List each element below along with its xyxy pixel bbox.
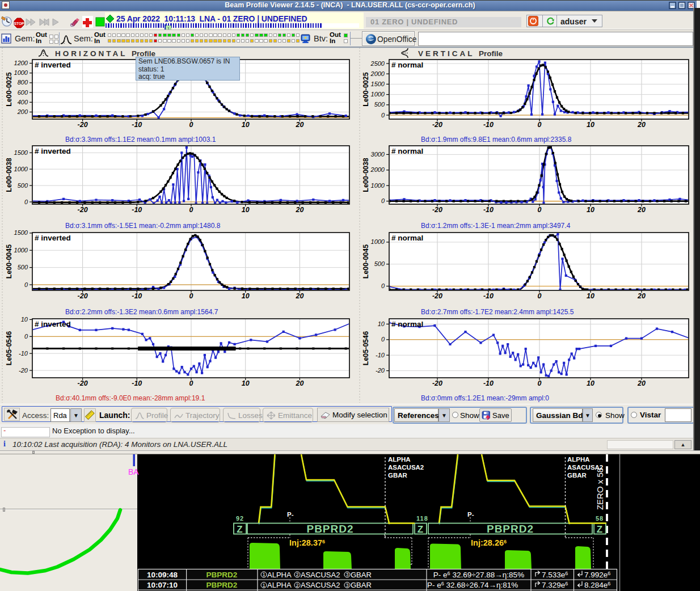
svg-text:10:07:10: 10:07:10 bbox=[147, 581, 178, 589]
svg-text:Le00-0025: Le00-0025 bbox=[362, 72, 370, 107]
svg-text:PBPRD2: PBPRD2 bbox=[206, 581, 238, 589]
svg-text:1000: 1000 bbox=[14, 166, 28, 172]
svg-text:0: 0 bbox=[189, 121, 193, 129]
svg-text:-10: -10 bbox=[376, 352, 385, 358]
svg-text:20: 20 bbox=[637, 379, 646, 387]
svg-text:10:09:48: 10:09:48 bbox=[147, 571, 178, 579]
svg-text:800: 800 bbox=[18, 79, 28, 86]
svg-text:0: 0 bbox=[538, 121, 542, 129]
svg-text:400: 400 bbox=[18, 99, 28, 105]
svg-text:Le05-0546: Le05-0546 bbox=[5, 331, 13, 366]
svg-text:0: 0 bbox=[381, 336, 385, 343]
svg-text:0: 0 bbox=[538, 379, 542, 387]
svg-text:-20: -20 bbox=[376, 367, 385, 374]
svg-text:1000: 1000 bbox=[371, 91, 385, 98]
svg-text:Le00-0045: Le00-0045 bbox=[5, 244, 13, 279]
svg-text:20: 20 bbox=[295, 379, 303, 387]
svg-text:ALPHA: ALPHA bbox=[267, 581, 292, 589]
svg-text:ALPHA: ALPHA bbox=[267, 571, 292, 579]
svg-text:# inverted: # inverted bbox=[35, 61, 71, 69]
svg-text:# inverted: # inverted bbox=[35, 234, 71, 242]
svg-text:2: 2 bbox=[296, 582, 299, 588]
svg-text:1: 1 bbox=[263, 582, 265, 588]
svg-text:-10: -10 bbox=[19, 350, 28, 357]
svg-text:-20: -20 bbox=[432, 379, 442, 387]
svg-text:-20: -20 bbox=[19, 367, 28, 374]
svg-text:8.284e6: 8.284e6 bbox=[584, 581, 610, 589]
svg-text:10: 10 bbox=[21, 316, 28, 323]
svg-text:92: 92 bbox=[236, 515, 244, 522]
svg-text:-10: -10 bbox=[483, 292, 494, 300]
svg-text:2: 2 bbox=[296, 572, 299, 577]
svg-text:Le00-0025: Le00-0025 bbox=[5, 72, 13, 107]
svg-text:Bd:σ:40.1mm offs:-9.0E0 mean:-: Bd:σ:40.1mm offs:-9.0E0 mean:-28mm ampl:… bbox=[56, 394, 205, 402]
svg-text:-20: -20 bbox=[432, 121, 442, 129]
svg-text:500: 500 bbox=[18, 182, 28, 189]
svg-text:1: 1 bbox=[263, 572, 265, 577]
svg-text:# normal: # normal bbox=[391, 61, 423, 69]
svg-text:PBPRD2: PBPRD2 bbox=[487, 523, 534, 535]
svg-text:Bd:σ:1.9mm offs:9.8E1 mean:0.6: Bd:σ:1.9mm offs:9.8E1 mean:0.6mm ampl:23… bbox=[421, 136, 572, 143]
svg-text:500: 500 bbox=[18, 264, 28, 271]
svg-text:# normal: # normal bbox=[391, 320, 423, 328]
svg-text:# normal: # normal bbox=[391, 147, 423, 155]
svg-text:0: 0 bbox=[24, 333, 28, 340]
svg-text:GBAR: GBAR bbox=[351, 571, 372, 579]
svg-text:0: 0 bbox=[538, 292, 542, 300]
svg-text:20: 20 bbox=[295, 292, 303, 300]
svg-text:20: 20 bbox=[295, 121, 303, 129]
svg-text:Bd:σ:0mm offs:1.2E1 mean:-29mm: Bd:σ:0mm offs:1.2E1 mean:-29mm ampl:0 bbox=[421, 394, 549, 402]
svg-text:-10: -10 bbox=[483, 206, 494, 214]
svg-text:7.992e6: 7.992e6 bbox=[584, 571, 610, 579]
svg-text:Le00-0038: Le00-0038 bbox=[5, 158, 13, 192]
svg-text:10: 10 bbox=[587, 121, 594, 129]
svg-text:58: 58 bbox=[596, 515, 604, 522]
svg-text:Z: Z bbox=[237, 524, 243, 535]
svg-text:Bd:σ:2.7mm offs:-1.7E2 mean:2.: Bd:σ:2.7mm offs:-1.7E2 mean:2.4mm ampl:1… bbox=[421, 308, 574, 316]
svg-text:1000: 1000 bbox=[14, 247, 28, 254]
svg-text:2000: 2000 bbox=[370, 70, 385, 77]
svg-text:GBAR: GBAR bbox=[567, 472, 587, 479]
svg-text:P-: P- bbox=[287, 511, 294, 518]
svg-text:P-: P- bbox=[467, 511, 474, 518]
svg-text:118: 118 bbox=[416, 515, 428, 522]
svg-text:P- e6 32.68÷26.74→η:81%: P- e6 32.68÷26.74→η:81% bbox=[427, 581, 518, 589]
svg-text:Z: Z bbox=[418, 524, 424, 535]
svg-text:20: 20 bbox=[637, 206, 646, 214]
svg-text:PBPRD2: PBPRD2 bbox=[306, 523, 353, 535]
svg-text:0: 0 bbox=[381, 197, 385, 204]
svg-text:1500: 1500 bbox=[14, 149, 28, 156]
svg-text:-10: -10 bbox=[483, 121, 494, 129]
svg-text:Le00-0038: Le00-0038 bbox=[362, 158, 370, 192]
svg-text:GBAR: GBAR bbox=[388, 472, 408, 479]
svg-text:500: 500 bbox=[374, 101, 385, 108]
svg-text:1000: 1000 bbox=[371, 238, 385, 245]
svg-text:1000: 1000 bbox=[371, 182, 385, 189]
svg-text:-20: -20 bbox=[78, 206, 88, 214]
svg-text:0: 0 bbox=[189, 292, 193, 300]
svg-text:Z: Z bbox=[597, 524, 603, 535]
svg-text:0: 0 bbox=[189, 379, 193, 387]
svg-text:PBPRD2: PBPRD2 bbox=[206, 571, 238, 579]
svg-text:0: 0 bbox=[189, 206, 193, 214]
svg-text:Inj:28.266: Inj:28.266 bbox=[471, 538, 507, 547]
svg-text:10: 10 bbox=[242, 121, 250, 129]
svg-text:20: 20 bbox=[295, 206, 303, 214]
svg-text:0: 0 bbox=[24, 281, 28, 288]
svg-text:3000: 3000 bbox=[371, 151, 385, 158]
svg-text:ALPHA: ALPHA bbox=[567, 456, 590, 463]
svg-text:600: 600 bbox=[18, 89, 28, 96]
svg-text:BA: BA bbox=[128, 467, 139, 476]
svg-text:0: 0 bbox=[381, 282, 385, 289]
svg-text:GBAR: GBAR bbox=[351, 581, 372, 589]
svg-text:0: 0 bbox=[538, 206, 542, 214]
svg-text:Inj:28.376: Inj:28.376 bbox=[289, 538, 325, 547]
svg-text:3: 3 bbox=[346, 582, 349, 588]
svg-text:-10: -10 bbox=[132, 379, 142, 387]
svg-text:-20: -20 bbox=[432, 292, 442, 300]
svg-text:ASACUSA2: ASACUSA2 bbox=[301, 571, 340, 579]
svg-text:20: 20 bbox=[637, 121, 646, 129]
svg-text:2000: 2000 bbox=[370, 166, 385, 173]
svg-text:# normal: # normal bbox=[391, 234, 423, 242]
svg-text:1500: 1500 bbox=[14, 229, 28, 236]
